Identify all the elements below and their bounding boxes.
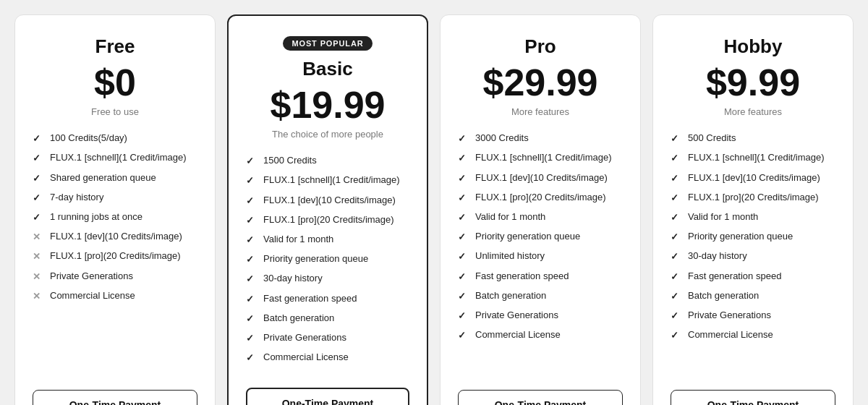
feature-item: ✓ FLUX.1 [schnell](1 Credit/image): [246, 174, 409, 187]
check-icon: ✓: [458, 172, 469, 184]
feature-text: Commercial License: [263, 351, 349, 364]
feature-text: FLUX.1 [dev](10 Credits/image): [50, 230, 182, 243]
cta-button-pro[interactable]: One-Time Payment: [458, 390, 623, 405]
check-icon: ✓: [458, 250, 469, 262]
x-icon: ✕: [33, 250, 44, 262]
check-icon: ✓: [671, 290, 682, 302]
feature-text: FLUX.1 [schnell](1 Credit/image): [688, 151, 825, 164]
feature-text: Valid for 1 month: [263, 233, 333, 246]
feature-text: FLUX.1 [pro](20 Credits/image): [475, 191, 606, 204]
feature-text: Fast generation speed: [688, 270, 781, 283]
feature-item: ✕ FLUX.1 [dev](10 Credits/image): [33, 230, 197, 243]
check-icon: ✓: [33, 132, 44, 144]
feature-text: Priority generation queue: [688, 230, 793, 243]
feature-item: ✓ Private Generations: [671, 309, 835, 322]
check-icon: ✓: [671, 172, 682, 184]
cta-button-hobby[interactable]: One-Time Payment: [671, 390, 835, 405]
plan-price-sub-hobby: More features: [671, 106, 835, 117]
plan-name-pro: Pro: [458, 35, 623, 58]
feature-item: ✓ FLUX.1 [pro](20 Credits/image): [246, 213, 409, 226]
plan-name-hobby: Hobby: [671, 35, 835, 58]
feature-text: 30-day history: [263, 272, 323, 285]
check-icon: ✓: [33, 152, 44, 163]
feature-text: Fast generation speed: [475, 270, 569, 283]
plan-price-pro: $29.99: [458, 62, 623, 103]
feature-item: ✓ 3000 Credits: [458, 132, 623, 145]
feature-item: ✓ FLUX.1 [schnell](1 Credit/image): [671, 151, 835, 164]
plan-card-pro: Pro$29.99More features ✓ 3000 Credits ✓ …: [440, 14, 641, 405]
check-icon: ✓: [246, 351, 258, 363]
feature-text: FLUX.1 [dev](10 Credits/image): [475, 171, 608, 184]
check-icon: ✓: [671, 329, 682, 341]
feature-text: Commercial License: [688, 328, 773, 341]
feature-text: Priority generation queue: [475, 230, 580, 243]
plan-price-sub-pro: More features: [458, 106, 623, 117]
feature-item: ✓ FLUX.1 [pro](20 Credits/image): [458, 191, 623, 204]
check-icon: ✓: [458, 192, 469, 203]
feature-item: ✓ FLUX.1 [schnell](1 Credit/image): [458, 151, 623, 164]
cta-button-basic[interactable]: One-Time Payment: [246, 388, 409, 405]
check-icon: ✓: [458, 310, 469, 321]
feature-text: Unlimited history: [475, 250, 545, 263]
check-icon: ✓: [246, 174, 258, 186]
check-icon: ✓: [246, 273, 258, 284]
plan-price-sub-free: Free to use: [33, 106, 197, 117]
feature-item: ✓ 1 running jobs at once: [33, 210, 197, 223]
feature-text: Shared generation queue: [50, 171, 156, 184]
features-list-pro: ✓ 3000 Credits ✓ FLUX.1 [schnell](1 Cred…: [458, 132, 623, 372]
check-icon: ✓: [246, 234, 258, 245]
x-icon: ✕: [33, 270, 44, 282]
check-icon: ✓: [33, 172, 44, 184]
feature-text: 7-day history: [50, 191, 103, 204]
check-icon: ✓: [246, 195, 258, 206]
feature-item: ✓ Private Generations: [246, 331, 409, 344]
feature-item: ✓ Private Generations: [458, 309, 623, 322]
feature-item: ✓ Commercial License: [671, 328, 835, 341]
feature-text: 500 Credits: [688, 132, 736, 145]
check-icon: ✓: [671, 132, 682, 144]
check-icon: ✓: [458, 132, 469, 144]
feature-text: 1500 Credits: [263, 154, 317, 167]
feature-text: Commercial License: [475, 328, 561, 341]
feature-item: ✓ 30-day history: [246, 272, 409, 285]
feature-text: Priority generation queue: [263, 252, 368, 265]
feature-item: ✓ FLUX.1 [schnell](1 Credit/image): [33, 151, 197, 164]
cta-button-free[interactable]: One-Time Payment: [33, 390, 197, 405]
feature-item: ✕ FLUX.1 [pro](20 Credits/image): [33, 250, 197, 263]
feature-item: ✓ Fast generation speed: [246, 292, 409, 305]
feature-item: ✓ FLUX.1 [dev](10 Credits/image): [458, 171, 623, 184]
feature-text: Private Generations: [50, 270, 133, 283]
check-icon: ✓: [246, 155, 258, 166]
feature-text: Valid for 1 month: [688, 210, 758, 223]
feature-item: ✓ Valid for 1 month: [458, 210, 623, 223]
x-icon: ✕: [33, 290, 44, 302]
feature-text: Private Generations: [263, 331, 346, 344]
check-icon: ✓: [246, 332, 258, 344]
plan-price-sub-basic: The choice of more people: [246, 129, 409, 140]
check-icon: ✓: [246, 312, 258, 324]
feature-item: ✓ FLUX.1 [pro](20 Credits/image): [671, 191, 835, 204]
plan-card-basic: MOST POPULARBasic$19.99The choice of mor…: [227, 14, 428, 405]
feature-item: ✓ Batch generation: [671, 289, 835, 302]
feature-text: Fast generation speed: [263, 292, 357, 305]
check-icon: ✓: [246, 253, 258, 265]
feature-text: Commercial License: [50, 289, 135, 302]
feature-item: ✓ Batch generation: [458, 289, 623, 302]
feature-item: ✓ 1500 Credits: [246, 154, 409, 167]
feature-item: ✓ Valid for 1 month: [246, 233, 409, 246]
feature-item: ✓ FLUX.1 [dev](10 Credits/image): [671, 171, 835, 184]
feature-text: Batch generation: [688, 289, 759, 302]
check-icon: ✓: [458, 270, 469, 282]
feature-item: ✓ Commercial License: [246, 351, 409, 364]
plan-price-free: $0: [33, 62, 197, 103]
check-icon: ✓: [671, 211, 682, 223]
feature-text: FLUX.1 [pro](20 Credits/image): [50, 250, 181, 263]
feature-item: ✓ Fast generation speed: [458, 270, 623, 283]
check-icon: ✓: [246, 293, 258, 304]
check-icon: ✓: [671, 231, 682, 242]
feature-text: Valid for 1 month: [475, 210, 545, 223]
feature-text: Batch generation: [263, 312, 334, 325]
check-icon: ✓: [458, 290, 469, 302]
feature-text: 100 Credits(5/day): [50, 132, 127, 145]
feature-text: FLUX.1 [schnell](1 Credit/image): [50, 151, 187, 164]
